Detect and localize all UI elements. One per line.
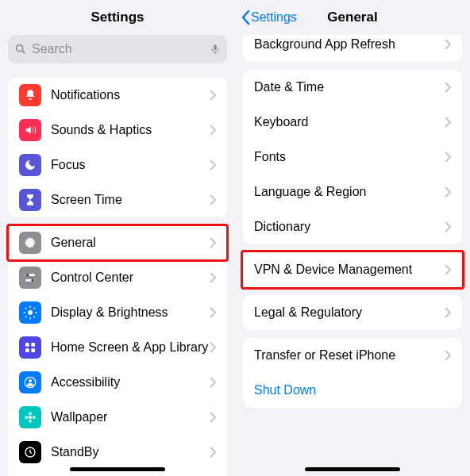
svg-point-7 bbox=[31, 278, 34, 282]
row-transfer[interactable]: Transfer or Reset iPhone bbox=[243, 338, 462, 373]
home-indicator[interactable] bbox=[70, 467, 165, 471]
row-legal[interactable]: Legal & Regulatory bbox=[243, 295, 462, 330]
search-bar[interactable] bbox=[8, 35, 227, 63]
row-label: Language & Region bbox=[254, 185, 445, 199]
row-sounds[interactable]: Sounds & Haptics bbox=[8, 113, 227, 148]
svg-point-22 bbox=[29, 379, 32, 382]
clock-icon bbox=[19, 441, 41, 463]
row-accessibility[interactable]: Accessibility bbox=[8, 365, 227, 400]
svg-line-16 bbox=[34, 308, 36, 309]
row-label: Keyboard bbox=[254, 115, 445, 129]
row-label: Legal & Regulatory bbox=[254, 305, 445, 320]
speaker-icon bbox=[19, 119, 41, 141]
row-general[interactable]: General bbox=[8, 225, 227, 260]
svg-line-1 bbox=[22, 51, 25, 54]
row-label: VPN & Device Management bbox=[254, 263, 445, 277]
svg-line-13 bbox=[25, 308, 27, 309]
svg-point-27 bbox=[33, 416, 36, 419]
chevron-right-icon bbox=[210, 412, 216, 423]
row-bgrefresh[interactable]: Background App Refresh bbox=[243, 35, 462, 62]
row-label: Accessibility bbox=[51, 375, 210, 390]
mic-icon[interactable] bbox=[210, 42, 221, 56]
chevron-right-icon bbox=[445, 350, 451, 361]
settings-header: Settings bbox=[0, 0, 235, 35]
row-display[interactable]: Display & Brightness bbox=[8, 295, 227, 330]
svg-line-15 bbox=[25, 317, 27, 318]
bell-icon bbox=[19, 84, 41, 106]
row-label: Focus bbox=[51, 158, 210, 172]
moon-icon bbox=[19, 154, 41, 176]
row-controlcenter[interactable]: Control Center bbox=[8, 260, 227, 295]
row-dictionary[interactable]: Dictionary bbox=[243, 209, 462, 244]
back-label: Settings bbox=[251, 10, 297, 25]
svg-line-14 bbox=[34, 317, 36, 318]
svg-point-8 bbox=[28, 310, 33, 315]
chevron-right-icon bbox=[210, 272, 216, 283]
chevron-right-icon bbox=[445, 39, 451, 50]
toggles-icon bbox=[19, 267, 41, 289]
row-focus[interactable]: Focus bbox=[8, 148, 227, 182]
svg-rect-19 bbox=[25, 348, 29, 352]
row-label: Control Center bbox=[51, 271, 210, 285]
chevron-right-icon bbox=[210, 125, 216, 136]
chevron-right-icon bbox=[210, 90, 216, 101]
row-label: Display & Brightness bbox=[51, 305, 210, 320]
chevron-right-icon bbox=[445, 186, 451, 198]
row-label: Background App Refresh bbox=[254, 37, 445, 52]
home-indicator[interactable] bbox=[305, 467, 400, 471]
row-notifications[interactable]: Notifications bbox=[8, 78, 227, 113]
general-list[interactable]: Background App Refresh Date & Time Keybo… bbox=[235, 35, 470, 476]
svg-rect-20 bbox=[31, 348, 35, 352]
chevron-right-icon bbox=[445, 264, 451, 275]
search-icon bbox=[14, 43, 27, 56]
svg-point-24 bbox=[29, 412, 32, 415]
row-label: Notifications bbox=[51, 88, 210, 102]
chevron-right-icon bbox=[210, 237, 216, 248]
settings-title: Settings bbox=[91, 10, 144, 25]
svg-rect-2 bbox=[214, 44, 217, 50]
row-standby[interactable]: StandBy bbox=[8, 435, 227, 470]
row-homescreen[interactable]: Home Screen & App Library bbox=[8, 330, 227, 365]
row-label: Dictionary bbox=[254, 220, 445, 234]
back-button[interactable]: Settings bbox=[241, 10, 297, 25]
flower-icon bbox=[19, 406, 41, 428]
row-label: Date & Time bbox=[254, 80, 445, 94]
row-label: Sounds & Haptics bbox=[51, 123, 210, 137]
row-language[interactable]: Language & Region bbox=[243, 175, 462, 209]
row-datetime[interactable]: Date & Time bbox=[243, 70, 462, 105]
chevron-right-icon bbox=[445, 152, 451, 163]
search-wrap bbox=[0, 35, 235, 70]
svg-point-6 bbox=[26, 274, 29, 277]
chevron-right-icon bbox=[445, 82, 451, 93]
row-fonts[interactable]: Fonts bbox=[243, 140, 462, 175]
svg-point-25 bbox=[29, 420, 32, 423]
chevron-right-icon bbox=[445, 307, 451, 318]
row-label: Home Screen & App Library bbox=[51, 340, 210, 355]
row-screentime[interactable]: Screen Time bbox=[8, 182, 227, 217]
chevron-right-icon bbox=[445, 117, 451, 128]
chevron-right-icon bbox=[210, 447, 216, 458]
general-pane: Settings General Background App Refresh … bbox=[235, 0, 470, 476]
row-vpn[interactable]: VPN & Device Management bbox=[243, 252, 462, 287]
row-shutdown[interactable]: Shut Down bbox=[243, 373, 462, 408]
row-label: Wallpaper bbox=[51, 410, 210, 424]
settings-list[interactable]: Notifications Sounds & Haptics Focus Scr… bbox=[0, 70, 235, 476]
row-label: Screen Time bbox=[51, 193, 210, 207]
row-label: General bbox=[51, 236, 210, 250]
svg-point-0 bbox=[17, 45, 23, 52]
general-header: Settings General bbox=[235, 0, 470, 35]
general-title: General bbox=[327, 10, 377, 25]
search-input[interactable] bbox=[27, 42, 210, 56]
gear-icon bbox=[19, 232, 41, 254]
settings-pane: Settings Notifications Sounds & Haptics bbox=[0, 0, 235, 476]
sun-icon bbox=[19, 301, 41, 324]
row-keyboard[interactable]: Keyboard bbox=[243, 105, 462, 140]
chevron-right-icon bbox=[210, 377, 216, 388]
svg-rect-17 bbox=[25, 343, 29, 347]
row-wallpaper[interactable]: Wallpaper bbox=[8, 400, 227, 435]
chevron-left-icon bbox=[241, 10, 251, 25]
chevron-right-icon bbox=[210, 194, 216, 205]
row-label: Transfer or Reset iPhone bbox=[254, 348, 445, 363]
hourglass-icon bbox=[19, 189, 41, 211]
chevron-right-icon bbox=[210, 159, 216, 171]
